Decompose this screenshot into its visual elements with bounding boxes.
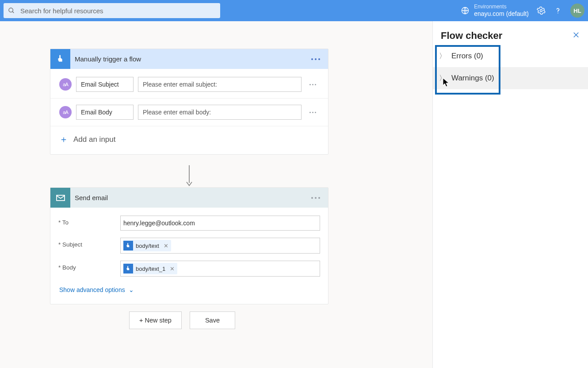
trigger-input-row: aA Email Subject Please enter email subj… [50, 71, 328, 99]
new-step-button[interactable]: + New step [129, 311, 182, 329]
trigger-card-header[interactable]: Manually trigger a flow [50, 49, 328, 69]
text-type-icon: aA [59, 106, 72, 118]
trigger-input-placeholder[interactable]: Please enter email subject: [138, 77, 302, 92]
user-avatar[interactable]: HL [570, 4, 584, 18]
dynamic-token-body[interactable]: body/text_1 ✕ [123, 263, 177, 274]
trigger-card-title: Manually trigger a flow [75, 55, 304, 63]
trigger-input-row: aA Email Body Please enter email body: [50, 99, 328, 126]
dynamic-token-subject[interactable]: body/text ✕ [123, 240, 171, 251]
field-subject: * Subject body/text ✕ [50, 234, 328, 257]
field-label-body: * Body [58, 261, 120, 271]
errors-label: Errors (0) [451, 52, 483, 61]
token-text: body/text [136, 243, 159, 249]
action-card-menu[interactable] [309, 194, 323, 201]
search-box[interactable] [4, 3, 220, 18]
field-input-subject[interactable]: body/text ✕ [120, 238, 320, 254]
advanced-options-label: Show advanced options [59, 286, 125, 293]
trigger-input-name[interactable]: Email Body [76, 105, 134, 120]
search-input[interactable] [19, 7, 216, 15]
action-card-title: Send email [75, 194, 304, 201]
trigger-card-menu[interactable] [309, 56, 323, 63]
token-remove-icon[interactable]: ✕ [162, 243, 168, 249]
field-body: * Body body/text_1 ✕ [50, 257, 328, 280]
globe-icon [461, 6, 470, 15]
trigger-row-menu[interactable] [306, 78, 319, 91]
field-label-subject: * Subject [58, 238, 120, 248]
top-bar: Environments enayu.com (default) HL [0, 0, 588, 21]
action-card: Send email * To henry.legge@outlook.com … [50, 187, 328, 304]
text-type-icon: aA [59, 78, 72, 91]
field-to: * To henry.legge@outlook.com [50, 212, 328, 234]
flow-connector-arrow [185, 165, 194, 187]
environment-switcher[interactable]: Environments enayu.com (default) [461, 4, 529, 17]
add-input-button[interactable]: ＋ Add an input [50, 126, 328, 151]
environment-label: Environments [474, 4, 529, 10]
token-icon [123, 264, 133, 273]
warnings-row[interactable]: 〉 Warnings (0) [433, 67, 588, 89]
svg-point-3 [540, 10, 542, 12]
topbar-right: Environments enayu.com (default) HL [461, 4, 584, 18]
field-label-to: * To [58, 216, 120, 226]
token-remove-icon[interactable]: ✕ [168, 266, 175, 272]
gear-icon[interactable] [537, 6, 546, 15]
flow-checker-panel: Flow checker 〉 Errors (0) 〉 Warnings (0) [432, 21, 588, 368]
trigger-card: Manually trigger a flow aA Email Subject… [50, 49, 328, 155]
footer-buttons: + New step Save [129, 311, 235, 329]
token-icon [123, 241, 133, 250]
trigger-input-name[interactable]: Email Subject [76, 77, 134, 92]
trigger-row-menu[interactable] [306, 106, 319, 119]
save-button[interactable]: Save [190, 311, 235, 329]
trigger-icon [50, 49, 70, 69]
chevron-right-icon: 〉 [439, 74, 446, 83]
chevron-down-icon: ⌄ [129, 286, 134, 293]
trigger-input-placeholder[interactable]: Please enter email body: [138, 105, 302, 120]
warnings-label: Warnings (0) [451, 74, 494, 83]
svg-line-1 [12, 11, 14, 13]
help-icon[interactable] [554, 6, 562, 15]
flow-checker-title: Flow checker [441, 30, 502, 42]
environment-name: enayu.com (default) [474, 10, 529, 17]
show-advanced-options[interactable]: Show advanced options ⌄ [50, 280, 328, 300]
token-text: body/text_1 [136, 266, 165, 272]
plus-icon: ＋ [59, 133, 68, 145]
svg-point-0 [9, 8, 13, 12]
action-card-header[interactable]: Send email [50, 188, 328, 208]
search-icon [8, 7, 15, 14]
errors-row[interactable]: 〉 Errors (0) [433, 45, 588, 67]
svg-point-4 [557, 13, 558, 14]
close-icon[interactable] [572, 31, 580, 41]
add-input-label: Add an input [73, 135, 115, 144]
mail-icon [50, 188, 70, 208]
chevron-right-icon: 〉 [439, 52, 446, 61]
field-input-body[interactable]: body/text_1 ✕ [120, 261, 320, 277]
field-input-to[interactable]: henry.legge@outlook.com [120, 216, 320, 231]
